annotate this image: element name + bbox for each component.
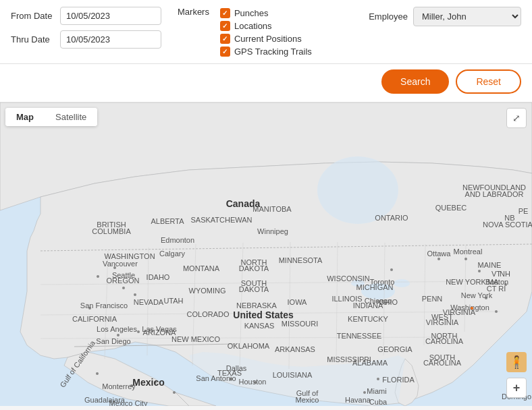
svg-point-27	[390, 268, 393, 271]
thru-date-input[interactable]	[60, 30, 161, 49]
alabama-label: ALABAMA	[352, 359, 388, 367]
new-york-label: NEW YORK	[446, 278, 486, 286]
ns-label: NOVA SCOTIA	[483, 221, 532, 229]
person-icon[interactable]: 🧍	[506, 352, 527, 372]
havana-label: Havana	[345, 396, 371, 404]
alberta-label: ALBERTA	[151, 217, 184, 225]
mexico-label: Mexico	[132, 377, 164, 388]
fullscreen-button[interactable]: ⤢	[506, 108, 527, 128]
lv-label: Las Vegas	[142, 325, 177, 333]
svg-point-41	[173, 391, 176, 394]
svg-point-36	[377, 378, 379, 380]
bc-label2: COLUMBIA	[92, 227, 131, 235]
gulf-mexico-label2: Mexico	[296, 396, 319, 404]
employee-select[interactable]: Miller, John	[413, 7, 521, 26]
idaho-label: IDAHO	[147, 273, 170, 281]
checkbox-punches-icon[interactable]	[220, 8, 230, 18]
thru-date-label: Thru Date	[11, 34, 55, 45]
checkbox-gps-trails-icon[interactable]	[220, 47, 230, 57]
tennessee-label: TENNESSEE	[337, 332, 382, 340]
top-bar: From Date Thru Date Markers Punches Loca…	[0, 0, 532, 64]
pe-label: PE	[518, 207, 529, 215]
kansas-label: KANSAS	[244, 322, 275, 330]
dallas-label: Dallas	[226, 364, 247, 372]
svg-point-24	[137, 330, 140, 333]
edmonton-label: Edmonton	[161, 236, 194, 244]
boston-label: Boston	[485, 278, 508, 286]
svg-point-25	[117, 334, 119, 336]
map-tab-satellite[interactable]: Satellite	[45, 108, 97, 126]
checkbox-current-positions[interactable]: Current Positions	[220, 34, 312, 44]
checkbox-punches-label: Punches	[234, 8, 269, 18]
kentucky-label: KENTUCKY	[348, 315, 389, 323]
checkbox-locations-label: Locations	[234, 21, 272, 31]
zoom-in-button[interactable]: +	[506, 378, 527, 398]
svg-point-42	[471, 307, 473, 310]
zoom-in-icon: +	[513, 381, 521, 395]
houston-label: Houston	[239, 378, 267, 386]
svg-point-28	[437, 258, 440, 260]
ontario-label: ONTARIO	[375, 214, 408, 222]
map-tabs: Map Satellite	[5, 108, 97, 126]
fullscreen-icon: ⤢	[512, 113, 521, 123]
us-label: United States	[233, 310, 294, 320]
svg-point-29	[464, 258, 467, 260]
from-date-row: From Date	[11, 7, 161, 25]
checkbox-locations-icon[interactable]	[220, 21, 230, 31]
wisconsin-label: WISCONSIN	[327, 274, 370, 283]
thru-date-row: Thru Date	[11, 30, 161, 49]
checkbox-gps-trails[interactable]: GPS Tracking Trails	[220, 47, 312, 57]
employee-group: Employee Miller, John	[369, 7, 521, 26]
search-button[interactable]: Search	[381, 69, 449, 94]
minnesota-label: MINNESOTA	[279, 256, 323, 264]
person-icon-symbol: 🧍	[509, 355, 524, 370]
cuba-label: Cuba	[369, 398, 388, 406]
wv-label2: VIRGINIA	[426, 318, 459, 326]
svg-point-21	[97, 275, 99, 278]
miami-label: Miami	[367, 387, 386, 395]
nebraska-label: NEBRASKA	[236, 301, 277, 310]
action-bar: Search Reset	[0, 64, 532, 102]
map-tab-map[interactable]: Map	[5, 108, 45, 126]
svg-point-37	[363, 391, 366, 394]
nh-label: NH	[500, 270, 510, 278]
georgia-label: GEORGIA	[377, 345, 413, 353]
checkbox-gps-trails-label: GPS Tracking Trails	[234, 47, 312, 57]
missouri-label: MISSOURI	[282, 320, 318, 328]
penn-label: PENN	[422, 295, 443, 303]
florida-label: FLORIDA	[382, 376, 415, 384]
checkbox-punches[interactable]: Punches	[220, 8, 312, 18]
checkbox-current-positions-icon[interactable]	[220, 34, 230, 44]
vancouver-label: Vancouver	[103, 260, 138, 268]
mexico-city-label: Mexico City	[109, 399, 148, 406]
louisiana-label: LOUISIANA	[273, 371, 313, 379]
winnipeg-label: Winnipeg	[257, 227, 288, 235]
svg-point-2	[394, 279, 410, 287]
employee-label: Employee	[369, 11, 408, 22]
colorado-label: COLORADO	[187, 310, 230, 318]
svg-point-30	[478, 270, 481, 272]
utah-label: UTAH	[163, 297, 183, 305]
nevada-label: NEVADA	[134, 298, 164, 306]
sd-city-label: San Diego	[96, 337, 130, 345]
sc-label2: CAROLINA	[423, 359, 462, 367]
nc-label2: CAROLINA	[425, 337, 464, 345]
montana-label: MONTANA	[183, 264, 220, 272]
checkbox-current-positions-label: Current Positions	[234, 34, 302, 44]
washington-dc-label: Washington	[450, 303, 489, 312]
sf-label: San Francisco	[80, 301, 128, 310]
la-label: Los Angeles	[97, 325, 137, 333]
svg-point-20	[122, 287, 125, 289]
svg-point-22	[134, 293, 136, 296]
markers-section: Markers Punches Locations Current Positi…	[178, 7, 312, 57]
map-svg: Canada ALBERTA BRITISH COLUMBIA SASKATCH…	[0, 102, 532, 406]
reset-button[interactable]: Reset	[456, 69, 521, 94]
checkbox-locations[interactable]: Locations	[220, 21, 312, 31]
sd-label2: DAKOTA	[239, 285, 269, 293]
toronto-label: Toronto	[370, 278, 395, 286]
new-york-city-label: New York	[461, 291, 493, 299]
date-fields: From Date Thru Date	[11, 7, 161, 49]
from-date-input[interactable]	[60, 7, 161, 25]
chicago-label: Chicago	[365, 297, 392, 305]
nd-label2: DAKOTA	[239, 264, 269, 272]
